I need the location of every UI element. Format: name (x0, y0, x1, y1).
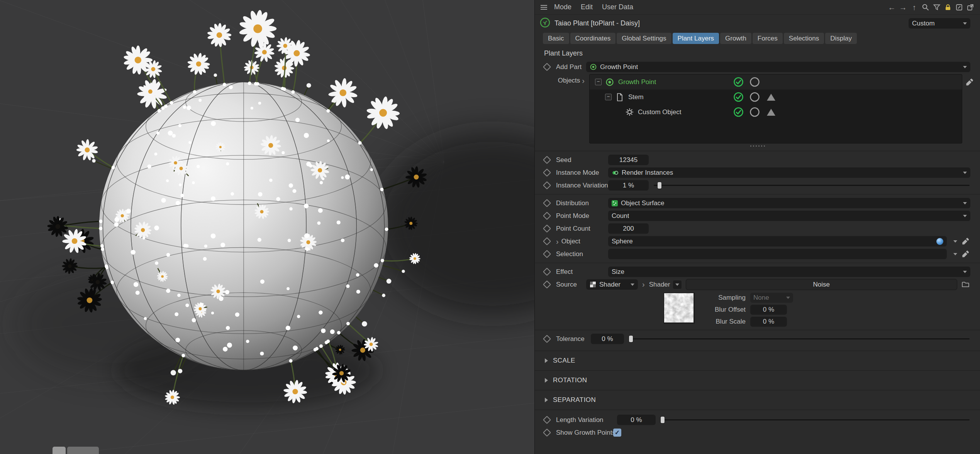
seed-input[interactable]: 12345 (608, 155, 649, 165)
keyframe-diamond-icon[interactable] (543, 169, 551, 177)
eyedropper-icon[interactable] (960, 237, 970, 245)
selection-popup-button[interactable] (950, 253, 957, 255)
tolerance-input[interactable]: 0 % (591, 334, 624, 344)
shader-noise-button[interactable]: Noise (686, 279, 958, 290)
enabled-check-icon[interactable] (733, 92, 744, 102)
folder-icon[interactable] (960, 280, 970, 289)
viewport-corner-widget[interactable] (53, 446, 99, 454)
show-growth-points-checkbox[interactable] (613, 429, 621, 437)
tree-row-stem[interactable]: − Stem (590, 89, 962, 105)
tab-global-settings[interactable]: Global Settings (617, 33, 671, 44)
keyframe-diamond-icon[interactable] (543, 156, 551, 164)
keyframe-diamond-icon[interactable] (543, 199, 551, 207)
point-mode-label: Point Mode (556, 212, 608, 220)
slider-handle[interactable] (658, 182, 661, 189)
tab-basic[interactable]: Basic (543, 33, 569, 44)
state-triangle-icon[interactable] (766, 107, 776, 117)
distribution-dropdown[interactable]: Object Surface (608, 198, 970, 208)
section-rotation[interactable]: ROTATION (535, 370, 980, 390)
tree-row-custom-object[interactable]: Custom Object (590, 105, 962, 120)
slider-track[interactable] (629, 338, 970, 339)
shader-popup-button[interactable] (673, 280, 682, 289)
noise-preview-thumbnail[interactable] (664, 293, 695, 324)
instance-variation-slider[interactable] (654, 180, 970, 191)
tab-plant-layers[interactable]: Plant Layers (673, 33, 719, 44)
menu-mode[interactable]: Mode (550, 3, 576, 11)
point-count-input[interactable]: 200 (608, 223, 649, 234)
distribution-value: Object Surface (621, 199, 664, 207)
chevron-right-icon[interactable]: › (582, 77, 585, 84)
slider-track[interactable] (654, 185, 970, 186)
slider-track[interactable] (661, 419, 970, 420)
state-circle-icon[interactable] (749, 107, 760, 117)
keyframe-diamond-icon[interactable] (543, 250, 551, 258)
keyframe-diamond-icon[interactable] (543, 63, 551, 71)
effect-dropdown[interactable]: Size (608, 267, 970, 277)
keyframe-diamond-icon[interactable] (543, 181, 551, 189)
object-popup-button[interactable] (950, 240, 957, 243)
section-separation[interactable]: SEPARATION (535, 390, 980, 410)
corner-widget-segment[interactable] (67, 447, 99, 454)
enabled-check-icon[interactable] (733, 107, 744, 117)
filter-icon[interactable] (931, 2, 942, 12)
keyframe-diamond-icon[interactable] (543, 416, 551, 424)
point-mode-dropdown[interactable]: Count (608, 211, 970, 221)
enabled-check-icon[interactable] (733, 77, 744, 87)
collapse-expander-icon[interactable]: − (595, 79, 602, 85)
keyframe-diamond-icon[interactable] (543, 429, 551, 437)
tab-selections[interactable]: Selections (784, 33, 824, 44)
tab-growth[interactable]: Growth (720, 33, 751, 44)
hamburger-menu-icon[interactable] (539, 2, 549, 12)
shader-param-label: Shader (649, 281, 670, 289)
tolerance-slider[interactable] (629, 334, 970, 344)
edit-box-icon[interactable] (954, 2, 964, 12)
instance-variation-input[interactable]: 1 % (608, 180, 649, 191)
arrow-up-icon[interactable]: ↑ (909, 2, 919, 12)
keyframe-diamond-icon[interactable] (543, 268, 551, 276)
length-variation-input[interactable]: 0 % (617, 415, 656, 425)
tab-coordinates[interactable]: Coordinates (570, 33, 616, 44)
stem-document-icon (615, 93, 624, 102)
sampling-dropdown[interactable]: None (750, 293, 793, 303)
viewport-3d[interactable] (0, 0, 534, 454)
slider-handle[interactable] (661, 417, 665, 423)
blur-offset-input[interactable]: 0 % (750, 305, 787, 315)
tree-row-growth-point[interactable]: − Growth Point (590, 74, 962, 89)
selection-link-field[interactable] (608, 249, 947, 259)
search-icon[interactable] (920, 2, 931, 12)
new-window-icon[interactable] (965, 2, 975, 12)
chevron-down-icon (963, 202, 967, 204)
eyedropper-icon[interactable] (965, 78, 974, 88)
source-mode-dropdown[interactable]: Shader (586, 279, 638, 290)
length-variation-slider[interactable] (661, 415, 970, 425)
instance-mode-dropdown[interactable]: Render Instances (608, 167, 970, 178)
point-mode-value: Count (612, 212, 629, 220)
panel-resize-handle[interactable] (535, 143, 980, 149)
collapse-expander-icon[interactable]: − (605, 94, 612, 100)
menu-edit[interactable]: Edit (576, 3, 597, 11)
tab-forces[interactable]: Forces (753, 33, 783, 44)
state-circle-icon[interactable] (749, 77, 760, 87)
expander-chevron-icon[interactable]: › (556, 238, 559, 245)
arrow-right-icon[interactable]: → (898, 2, 908, 12)
eyedropper-icon[interactable] (960, 250, 970, 258)
lock-icon[interactable] (943, 2, 953, 12)
keyframe-diamond-icon[interactable] (543, 212, 551, 220)
keyframe-diamond-icon[interactable] (543, 335, 551, 343)
blur-scale-input[interactable]: 0 % (750, 317, 787, 327)
preset-dropdown[interactable]: Custom (909, 18, 970, 29)
state-circle-icon[interactable] (749, 92, 760, 102)
section-scale[interactable]: SCALE (535, 351, 980, 370)
keyframe-diamond-icon[interactable] (543, 237, 551, 245)
corner-widget-segment[interactable] (53, 447, 66, 454)
state-triangle-icon[interactable] (766, 92, 776, 102)
menu-user-data[interactable]: User Data (598, 3, 638, 11)
object-link-field[interactable]: Sphere (608, 236, 947, 246)
arrow-left-icon[interactable]: ← (887, 2, 897, 12)
objects-tree[interactable]: − Growth Point − (589, 74, 962, 143)
add-part-dropdown[interactable]: Growth Point (586, 62, 970, 72)
keyframe-diamond-icon[interactable] (543, 224, 551, 233)
tab-display[interactable]: Display (825, 33, 857, 44)
slider-handle[interactable] (629, 336, 633, 342)
keyframe-diamond-icon[interactable] (543, 280, 551, 289)
